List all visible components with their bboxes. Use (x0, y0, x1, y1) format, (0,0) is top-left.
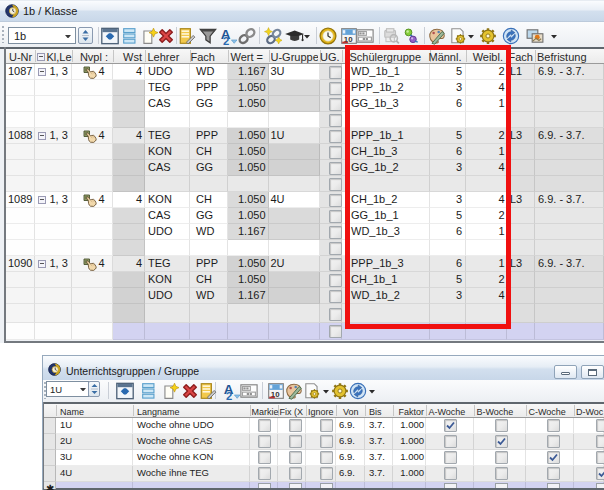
svg-text:2: 2 (226, 390, 232, 400)
svg-text:2: 2 (223, 35, 229, 45)
